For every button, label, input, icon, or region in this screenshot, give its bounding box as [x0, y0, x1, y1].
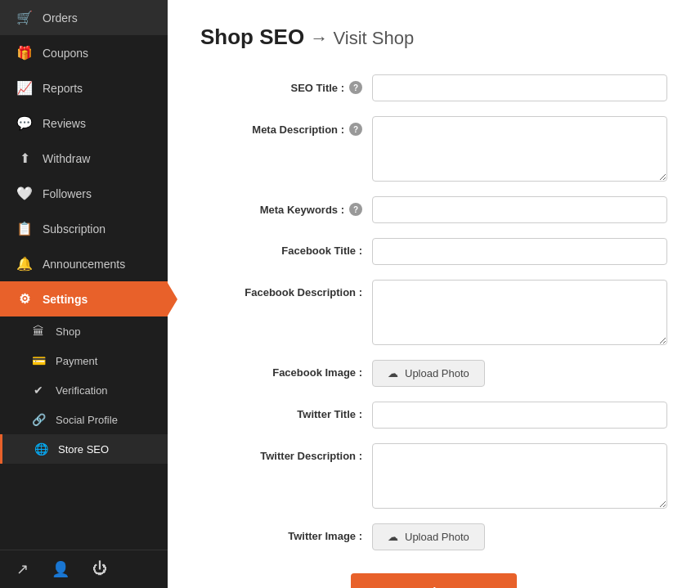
- meta-keywords-label: Meta Keywords : ?: [200, 196, 372, 216]
- twitter-description-label: Twitter Description :: [200, 443, 372, 462]
- orders-icon: 🛒: [16, 10, 33, 25]
- facebook-image-row: Facebook Image : ☁ Upload Photo: [200, 360, 667, 387]
- sidebar-subitem-shop[interactable]: 🏛 Shop: [0, 316, 168, 346]
- settings-icon: ⚙: [16, 291, 33, 307]
- facebook-description-row: Facebook Description :: [200, 280, 667, 345]
- sidebar-item-label: Settings: [43, 293, 88, 306]
- facebook-upload-btn[interactable]: ☁ Upload Photo: [372, 360, 485, 387]
- seo-title-label: SEO Title : ?: [200, 74, 372, 94]
- sidebar-subitem-label: Payment: [56, 355, 97, 367]
- twitter-upload-btn[interactable]: ☁ Upload Photo: [372, 523, 485, 550]
- sidebar-item-label: Subscription: [43, 222, 105, 236]
- facebook-title-input[interactable]: [372, 238, 667, 265]
- seo-title-input[interactable]: [372, 74, 667, 101]
- followers-icon: 🤍: [16, 186, 33, 201]
- sidebar-subitem-store-seo[interactable]: 🌐 Store SEO: [0, 434, 168, 464]
- twitter-title-row: Twitter Title :: [200, 402, 667, 429]
- sidebar-item-label: Reports: [43, 82, 83, 95]
- sidebar-item-label: Announcements: [43, 258, 125, 271]
- verification-icon: ✔: [31, 384, 46, 397]
- sidebar: 🛒 Orders 🎁 Coupons 📈 Reports 💬 Reviews ⬆…: [0, 0, 168, 588]
- announcements-icon: 🔔: [16, 256, 33, 272]
- sidebar-item-label: Reviews: [43, 117, 86, 130]
- facebook-description-label: Facebook Description :: [200, 280, 372, 298]
- meta-keywords-input[interactable]: [372, 196, 667, 223]
- shop-icon: 🏛: [31, 325, 46, 338]
- sidebar-subitem-social-profile[interactable]: 🔗 Social Profile: [0, 405, 168, 434]
- meta-keywords-help-icon[interactable]: ?: [349, 203, 362, 216]
- twitter-description-row: Twitter Description :: [200, 443, 667, 509]
- sidebar-item-settings[interactable]: ⚙ Settings: [0, 281, 168, 316]
- sidebar-item-subscription[interactable]: 📋 Subscription: [0, 211, 168, 246]
- sidebar-item-followers[interactable]: 🤍 Followers: [0, 176, 168, 211]
- meta-description-textarea[interactable]: [372, 116, 667, 182]
- sidebar-item-label: Orders: [43, 11, 78, 25]
- user-icon[interactable]: 👤: [52, 560, 70, 578]
- twitter-title-label: Twitter Title :: [200, 402, 372, 420]
- sidebar-item-withdraw[interactable]: ⬆ Withdraw: [0, 141, 168, 176]
- sidebar-item-announcements[interactable]: 🔔 Announcements: [0, 246, 168, 281]
- save-changes-button[interactable]: Save Changes: [351, 573, 517, 588]
- store-seo-icon: 🌐: [34, 442, 48, 456]
- facebook-title-row: Facebook Title :: [200, 238, 667, 265]
- facebook-title-label: Facebook Title :: [200, 238, 372, 257]
- twitter-title-input[interactable]: [372, 402, 667, 429]
- withdraw-icon: ⬆: [16, 150, 33, 166]
- sidebar-item-orders[interactable]: 🛒 Orders: [0, 0, 168, 35]
- sidebar-item-label: Coupons: [43, 47, 88, 60]
- twitter-image-label: Twitter Image :: [200, 523, 372, 542]
- sidebar-item-label: Withdraw: [43, 152, 90, 165]
- external-link-icon[interactable]: ↗: [16, 560, 29, 578]
- sidebar-subitem-label: Shop: [56, 325, 80, 338]
- sidebar-subitem-payment[interactable]: 💳 Payment: [0, 346, 168, 375]
- sidebar-item-coupons[interactable]: 🎁 Coupons: [0, 35, 168, 70]
- sidebar-item-label: Followers: [43, 187, 92, 200]
- sidebar-item-reviews[interactable]: 💬 Reviews: [0, 105, 168, 141]
- upload-cloud-icon: ☁: [388, 367, 398, 379]
- sidebar-bottom: ↗ 👤 ⏻: [0, 550, 168, 588]
- seo-form: SEO Title : ? Meta Description : ? Meta …: [200, 74, 667, 588]
- reports-icon: 📈: [16, 80, 33, 96]
- reviews-icon: 💬: [16, 115, 33, 131]
- twitter-description-textarea[interactable]: [372, 443, 667, 509]
- main-content: Shop SEO → Visit Shop SEO Title : ? Meta…: [168, 0, 700, 588]
- twitter-image-row: Twitter Image : ☁ Upload Photo: [200, 523, 667, 550]
- seo-title-row: SEO Title : ?: [200, 74, 667, 101]
- sidebar-subitem-label: Store SEO: [58, 443, 109, 456]
- payment-icon: 💳: [31, 354, 46, 367]
- meta-description-row: Meta Description : ?: [200, 116, 667, 182]
- meta-description-label: Meta Description : ?: [200, 116, 372, 136]
- meta-description-help-icon[interactable]: ?: [349, 123, 362, 136]
- subscription-icon: 📋: [16, 221, 33, 236]
- facebook-image-label: Facebook Image :: [200, 360, 372, 379]
- page-title: Shop SEO → Visit Shop: [200, 25, 667, 50]
- coupons-icon: 🎁: [16, 45, 33, 61]
- upload-cloud-icon-2: ☁: [388, 531, 398, 543]
- meta-keywords-row: Meta Keywords : ?: [200, 196, 667, 223]
- sidebar-item-reports[interactable]: 📈 Reports: [0, 70, 168, 105]
- sidebar-subitem-label: Social Profile: [56, 414, 118, 426]
- seo-title-help-icon[interactable]: ?: [349, 81, 362, 94]
- facebook-description-textarea[interactable]: [372, 280, 667, 345]
- power-icon[interactable]: ⏻: [92, 560, 107, 578]
- social-profile-icon: 🔗: [31, 413, 46, 426]
- sidebar-subitem-label: Verification: [56, 384, 108, 397]
- sidebar-subitem-verification[interactable]: ✔ Verification: [0, 375, 168, 405]
